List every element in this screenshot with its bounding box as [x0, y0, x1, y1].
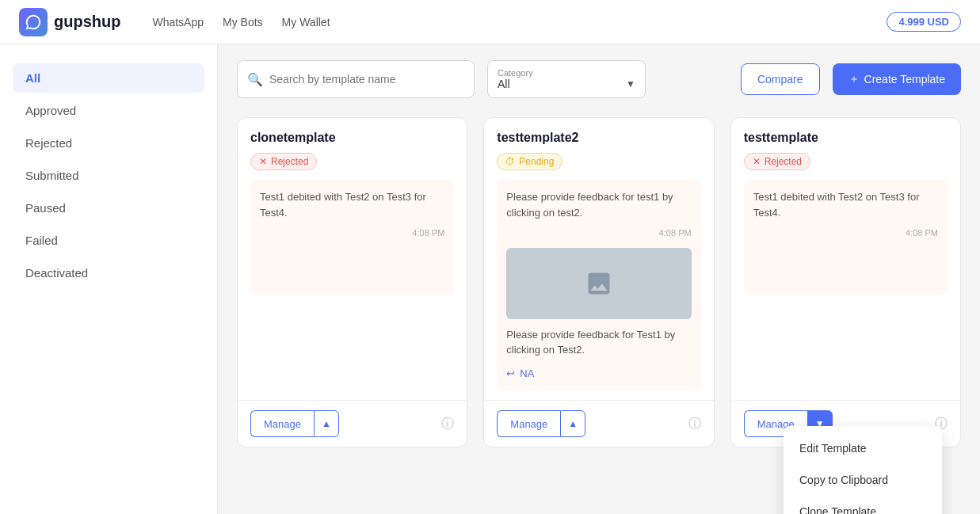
logo-text: gupshup [54, 13, 120, 31]
logo: gupshup [19, 8, 120, 36]
search-icon: 🔍 [247, 72, 263, 87]
category-value: All ▼ [498, 78, 635, 90]
context-menu-copy[interactable]: Copy to Clipboard [784, 464, 942, 496]
logo-icon [19, 8, 48, 36]
create-template-button[interactable]: ＋ Create Template [833, 63, 961, 95]
pending-icon-2: ⏱ [505, 156, 515, 167]
card-image-placeholder-2 [506, 248, 691, 319]
card-time-3: 4:08 PM [753, 227, 938, 240]
search-box: 🔍 [237, 60, 475, 98]
manage-button-1[interactable]: Manage [250, 410, 314, 437]
sidebar-item-submitted[interactable]: Submitted [13, 161, 204, 190]
card-footer-1: Manage ▲ ⓘ [238, 400, 467, 447]
chevron-up-icon-2: ▲ [568, 418, 578, 429]
cards-area: clonetemplate ✕ Rejected Test1 debited w… [237, 117, 961, 447]
card-header-2: testtemplate2 ⏱ Pending [484, 118, 713, 170]
wallet-badge[interactable]: 4.999 USD [887, 12, 961, 32]
sidebar-item-all[interactable]: All [13, 63, 204, 93]
plus-icon: ＋ [848, 72, 860, 86]
nav-whatsapp[interactable]: WhatsApp [152, 13, 204, 32]
sidebar-item-approved[interactable]: Approved [13, 96, 204, 125]
preview-text-2: Please provide feedback for test1 by cli… [506, 191, 673, 219]
na-text-2: NA [520, 366, 534, 382]
sidebar-item-failed[interactable]: Failed [13, 226, 204, 255]
status-badge-1: ✕ Rejected [250, 153, 317, 170]
main-nav: WhatsApp My Bots My Wallet [152, 13, 330, 32]
context-menu-clone[interactable]: Clone Template [784, 496, 942, 514]
sidebar-item-paused[interactable]: Paused [13, 193, 204, 223]
card-title-1: clonetemplate [250, 131, 454, 145]
sidebar: All Approved Rejected Submitted Paused F… [0, 44, 218, 514]
preview-text-1: Test1 debited with Test2 on Test3 for Te… [260, 191, 426, 219]
toolbar: 🔍 Category All ▼ Compare ＋ Create Templa… [237, 60, 961, 98]
card-preview-3: Test1 debited with Test2 on Test3 for Te… [744, 180, 948, 295]
create-template-label: Create Template [864, 73, 945, 86]
status-badge-2: ⏱ Pending [497, 153, 562, 170]
compare-button[interactable]: Compare [741, 63, 820, 95]
card-testtemplate2: testtemplate2 ⏱ Pending Please provide f… [483, 117, 714, 447]
manage-button-2[interactable]: Manage [497, 410, 560, 437]
chevron-up-icon-1: ▲ [322, 418, 331, 429]
status-text-1: Rejected [271, 156, 308, 167]
sidebar-item-deactivated[interactable]: Deactivated [13, 258, 204, 287]
card-title-2: testtemplate2 [497, 131, 700, 145]
image-icon-2 [585, 269, 613, 298]
manage-arrow-button-2[interactable]: ▲ [560, 410, 585, 437]
category-selected: All [498, 78, 510, 90]
card-footer-2: Manage ▲ ⓘ [484, 400, 713, 447]
search-input[interactable] [269, 73, 464, 86]
card-caption-2: Please provide feedback for Test1 by cli… [506, 327, 691, 358]
layout: All Approved Rejected Submitted Paused F… [0, 44, 980, 514]
card-time-1: 4:08 PM [260, 227, 444, 240]
status-text-3: Rejected [765, 156, 802, 167]
card-testtemplate: testtemplate ✕ Rejected Test1 debited wi… [730, 117, 961, 447]
reply-icon-2: ↩ [506, 366, 515, 382]
card-clonetemplate: clonetemplate ✕ Rejected Test1 debited w… [237, 117, 467, 447]
info-icon-2[interactable]: ⓘ [688, 416, 701, 432]
status-badge-3: ✕ Rejected [744, 153, 810, 170]
header: gupshup WhatsApp My Bots My Wallet 4.999… [0, 0, 980, 44]
rejected-icon-1: ✕ [259, 156, 267, 167]
nav-my-wallet[interactable]: My Wallet [282, 13, 330, 32]
category-select[interactable]: Category All ▼ [487, 60, 646, 98]
card-nav-2: ↩ NA [506, 366, 691, 382]
card-preview-1: Test1 debited with Test2 on Test3 for Te… [250, 180, 454, 295]
category-label: Category [498, 68, 635, 78]
logo-svg [25, 13, 42, 31]
card-preview-2: Please provide feedback for test1 by cli… [497, 180, 700, 390]
context-menu-edit[interactable]: Edit Template [784, 432, 942, 464]
main-content: 🔍 Category All ▼ Compare ＋ Create Templa… [218, 44, 980, 514]
sidebar-item-rejected[interactable]: Rejected [13, 128, 204, 158]
info-icon-1[interactable]: ⓘ [441, 416, 454, 432]
card-header-1: clonetemplate ✕ Rejected [238, 118, 467, 170]
context-menu: Edit Template Copy to Clipboard Clone Te… [784, 426, 942, 514]
manage-button-group-2: Manage ▲ [497, 410, 585, 437]
status-text-2: Pending [519, 156, 554, 167]
card-header-3: testtemplate ✕ Rejected [731, 118, 960, 170]
cards-grid: clonetemplate ✕ Rejected Test1 debited w… [237, 117, 961, 447]
chevron-down-icon: ▼ [626, 78, 635, 89]
card-title-3: testtemplate [744, 131, 948, 145]
card-time-2: 4:08 PM [506, 227, 691, 240]
preview-text-3: Test1 debited with Test2 on Test3 for Te… [753, 191, 920, 219]
rejected-icon-3: ✕ [753, 156, 761, 167]
manage-button-group-1: Manage ▲ [250, 410, 339, 437]
nav-my-bots[interactable]: My Bots [223, 13, 263, 32]
manage-arrow-button-1[interactable]: ▲ [314, 410, 339, 437]
